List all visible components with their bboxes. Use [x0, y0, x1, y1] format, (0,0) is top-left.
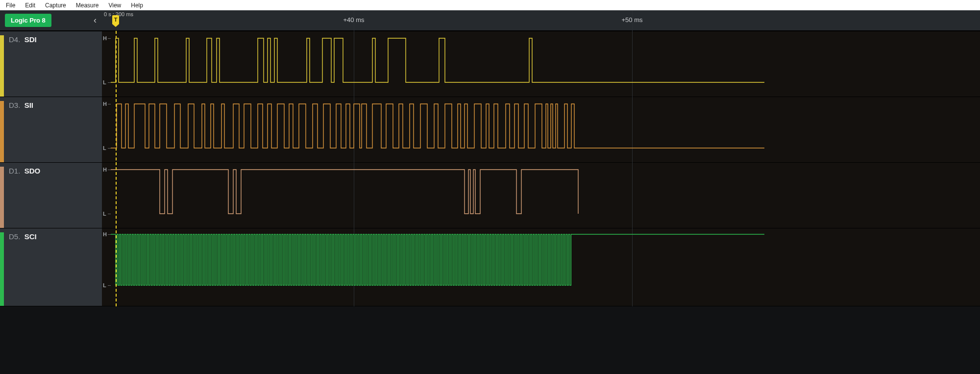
waveform-area[interactable]: HL — [102, 31, 980, 97]
toolbar: Logic Pro 8 ‹ 0 s : 200 ms +40 ms+50 msT — [0, 10, 980, 31]
waveform-sii — [102, 97, 980, 162]
channel-sidebar[interactable]: D1. SDO — [0, 163, 102, 228]
menu-item-measure[interactable]: Measure — [72, 1, 103, 10]
channel-label: D5. SCI — [4, 232, 37, 241]
waveform-area[interactable]: HL — [102, 228, 980, 306]
channel-color-strip — [0, 167, 4, 228]
menu-bar: FileEditCaptureMeasureViewHelp — [0, 0, 980, 10]
channel-label: D1. SDO — [4, 167, 40, 175]
waveform-rows: D4. SDIHLD3. SIIHLD1. SDOHLD5. SCIHL — [0, 31, 980, 374]
channel-sidebar[interactable]: D4. SDI — [0, 31, 102, 97]
waveform-area[interactable]: HL — [102, 163, 980, 228]
channel-color-strip — [0, 232, 4, 306]
menu-item-view[interactable]: View — [104, 1, 125, 10]
time-tick-label: +40 ms — [343, 16, 365, 24]
channel-sidebar[interactable]: D3. SII — [0, 97, 102, 162]
channel-row-sci: D5. SCIHL — [0, 228, 980, 306]
device-badge[interactable]: Logic Pro 8 — [5, 14, 51, 27]
menu-item-file[interactable]: File — [2, 1, 19, 10]
trigger-marker[interactable]: T — [112, 15, 119, 24]
time-tick-label: +50 ms — [622, 16, 643, 24]
channel-label: D4. SDI — [4, 35, 37, 44]
waveform-sdo — [102, 163, 980, 228]
channel-row-sdi: D4. SDIHL — [0, 31, 980, 97]
waveform-sci — [102, 228, 980, 306]
channel-row-sii: D3. SIIHL — [0, 97, 980, 162]
waveform-area[interactable]: HL — [102, 97, 980, 162]
channel-color-strip — [0, 35, 4, 97]
channel-sidebar[interactable]: D5. SCI — [0, 228, 102, 306]
menu-item-capture[interactable]: Capture — [41, 1, 70, 10]
waveform-sdi — [102, 31, 980, 97]
menu-item-help[interactable]: Help — [127, 1, 147, 10]
channel-label: D3. SII — [4, 101, 33, 109]
collapse-sidebar-button[interactable]: ‹ — [88, 10, 102, 30]
menu-item-edit[interactable]: Edit — [21, 1, 39, 10]
timeline-header[interactable]: 0 s : 200 ms +40 ms+50 msT — [102, 10, 980, 30]
channel-row-sdo: D1. SDOHL — [0, 162, 980, 228]
channel-color-strip — [0, 101, 4, 162]
